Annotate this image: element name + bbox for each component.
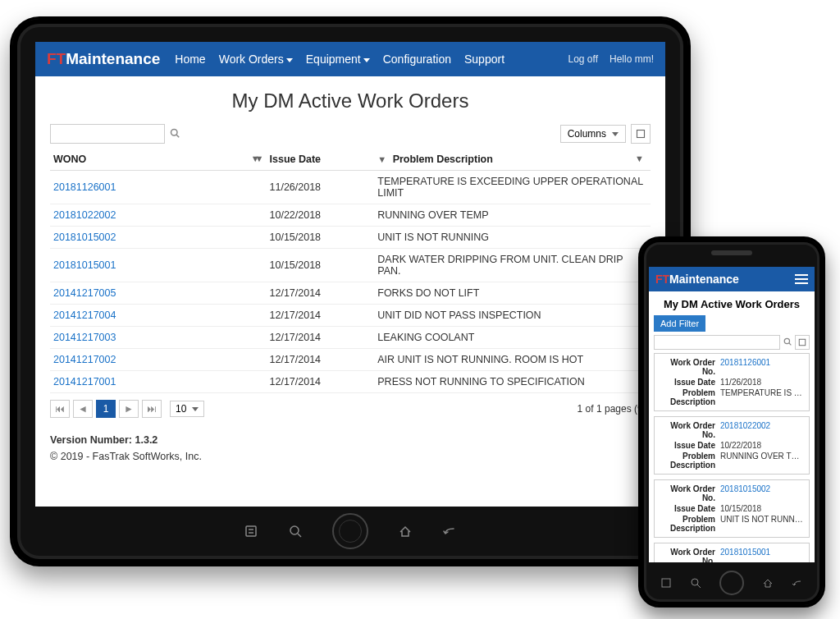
issue-date-cell: 12/17/2014 <box>267 305 375 327</box>
card-value: 10/22/2018 <box>720 441 804 450</box>
card-label: Work Order No. <box>660 484 720 502</box>
search-icon[interactable] <box>170 128 180 140</box>
brand-logo: FTMaintenance <box>47 50 160 68</box>
phone-speaker <box>711 250 752 255</box>
hamburger-icon[interactable] <box>795 274 808 284</box>
back-icon[interactable] <box>442 524 457 539</box>
phone-toolbar <box>649 335 815 353</box>
tablet-screen: FTMaintenance Home Work Orders Equipment… <box>35 42 665 507</box>
problem-cell: UNIT IS NOT RUNNING <box>374 227 651 249</box>
problem-cell: DARK WATER DRIPPING FROM UNIT. CLEAN DRI… <box>374 249 651 282</box>
pager-first[interactable]: ⏮ <box>50 400 70 418</box>
search-icon[interactable] <box>288 524 303 539</box>
columns-button-label: Columns <box>568 128 606 140</box>
col-issue-date-label: Issue Date <box>270 154 322 165</box>
footer: Version Number: 1.3.2 © 2019 - FasTrak S… <box>50 434 651 462</box>
card-value: TEMPERATURE IS EXCEEDING U <box>720 388 804 406</box>
wono-link[interactable]: 20181015002 <box>720 484 804 502</box>
filter-icon[interactable]: ▼ <box>255 154 264 163</box>
version-label: Version Number: <box>50 434 135 446</box>
phone-device: FTMaintenance My DM Active Work Orders A… <box>638 236 825 608</box>
svg-line-13 <box>697 585 701 588</box>
logoff-link[interactable]: Log off <box>568 53 598 65</box>
issue-date-cell: 10/22/2018 <box>267 204 375 227</box>
card-label: Problem Description <box>660 452 720 470</box>
house-icon[interactable] <box>398 524 413 539</box>
chevron-down-icon <box>363 58 370 62</box>
svg-point-0 <box>171 129 178 135</box>
table-row: 2014121700312/17/2014LEAKING COOLANT <box>50 327 651 349</box>
refresh-button[interactable] <box>795 335 810 350</box>
wono-link[interactable]: 20141217002 <box>50 349 267 371</box>
col-problem[interactable]: ▼ Problem Description ▼ <box>374 149 651 171</box>
card-label: Problem Description <box>660 515 720 533</box>
version-number: 1.3.2 <box>135 434 158 446</box>
card-label: Issue Date <box>660 504 720 513</box>
refresh-button[interactable] <box>631 124 651 144</box>
card-label: Work Order No. <box>660 358 720 376</box>
wono-link[interactable]: 20181015001 <box>720 548 804 562</box>
card-value: UNIT IS NOT RUNNING <box>720 515 804 533</box>
app-header: FTMaintenance Home Work Orders Equipment… <box>35 42 665 76</box>
page-size-select[interactable]: 10 <box>170 401 204 417</box>
wono-link[interactable]: 20181022002 <box>720 421 804 439</box>
wono-link[interactable]: 20181015002 <box>50 227 267 249</box>
columns-button[interactable]: Columns <box>560 125 626 143</box>
home-button[interactable] <box>332 513 368 549</box>
nav-equipment[interactable]: Equipment <box>306 53 370 66</box>
work-order-card: Work Order No.20181015001 <box>654 543 810 562</box>
pager-next[interactable]: ► <box>119 400 139 418</box>
table-row: 2018102200210/22/2018RUNNING OVER TEMP <box>50 204 651 227</box>
brand-ft: FT <box>47 50 66 67</box>
wono-link[interactable]: 20181126001 <box>720 358 804 376</box>
back-icon[interactable] <box>792 577 803 589</box>
table-row: 2018112600111/26/2018TEMPERATURE IS EXCE… <box>50 171 651 204</box>
page-size-value: 10 <box>176 403 186 415</box>
wono-link[interactable]: 20141217005 <box>50 282 267 305</box>
svg-point-8 <box>784 338 789 343</box>
problem-cell: PRESS NOT RUNNING TO SPECIFICATION <box>374 371 651 393</box>
wono-link[interactable]: 20141217001 <box>50 371 267 393</box>
work-order-card: Work Order No.20181126001Issue Date11/26… <box>654 353 810 411</box>
col-wono[interactable]: WONO ▼ <box>50 149 267 171</box>
add-filter-button[interactable]: Add Filter <box>654 315 705 332</box>
issue-date-cell: 12/17/2014 <box>267 282 375 305</box>
wono-link[interactable]: 20181015001 <box>50 249 267 282</box>
wono-link[interactable]: 20181126001 <box>50 171 267 204</box>
menu-icon[interactable] <box>660 577 672 589</box>
search-icon[interactable] <box>783 337 792 347</box>
card-label: Issue Date <box>660 441 720 450</box>
house-icon[interactable] <box>762 577 774 589</box>
work-order-card: Work Order No.20181022002Issue Date10/22… <box>654 416 810 475</box>
search-input[interactable] <box>50 124 165 144</box>
brand-maintenance: Maintenance <box>669 273 739 286</box>
svg-point-12 <box>692 579 698 585</box>
search-icon[interactable] <box>690 577 701 589</box>
menu-icon[interactable] <box>244 524 258 539</box>
filter-icon[interactable]: ▼ <box>377 154 386 164</box>
nav-support[interactable]: Support <box>464 53 504 66</box>
table-toolbar: Columns <box>50 124 651 144</box>
wono-link[interactable]: 20141217003 <box>50 327 267 349</box>
pager-prev[interactable]: ◄ <box>73 400 93 418</box>
home-button[interactable] <box>719 571 744 595</box>
nav-work-orders[interactable]: Work Orders <box>219 53 293 66</box>
pager-page-1[interactable]: 1 <box>96 400 116 418</box>
header-right: Log off Hello mm! <box>568 53 655 65</box>
nav-home[interactable]: Home <box>175 53 205 66</box>
pager-last[interactable]: ⏭ <box>142 400 162 418</box>
phone-page-title: My DM Active Work Orders <box>649 291 815 315</box>
issue-date-cell: 12/17/2014 <box>267 371 375 393</box>
wono-link[interactable]: 20141217004 <box>50 305 267 327</box>
nav-configuration[interactable]: Configuration <box>383 53 451 66</box>
col-issue-date[interactable]: Issue Date ▼ <box>267 149 375 171</box>
filter-icon[interactable]: ▼ <box>635 154 644 163</box>
page-title: My DM Active Work Orders <box>50 89 651 112</box>
problem-cell: RUNNING OVER TEMP <box>374 204 651 227</box>
search-input[interactable] <box>654 335 780 350</box>
page-body: My DM Active Work Orders Columns <box>35 76 665 467</box>
svg-point-6 <box>290 526 299 534</box>
table-row: 2014121700112/17/2014PRESS NOT RUNNING T… <box>50 371 651 393</box>
wono-link[interactable]: 20181022002 <box>50 204 267 227</box>
phone-app-header: FTMaintenance <box>649 267 815 291</box>
